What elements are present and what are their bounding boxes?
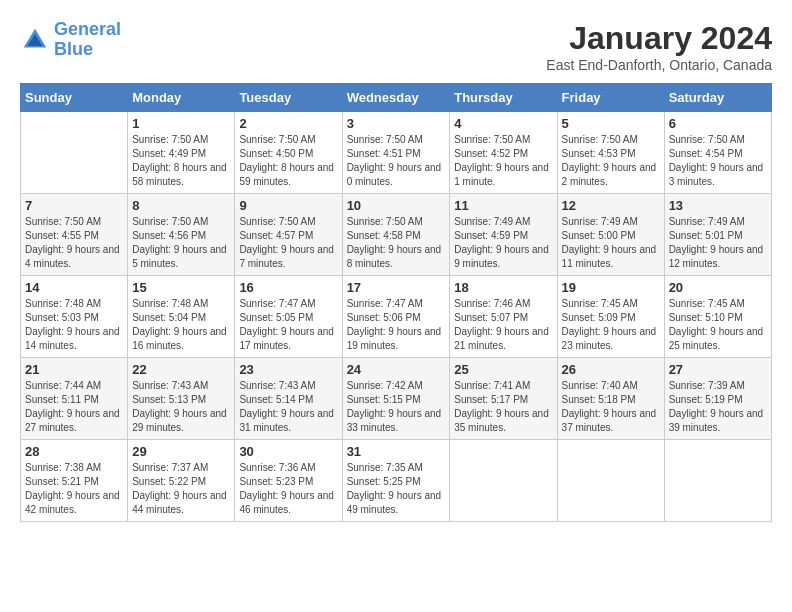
day-number: 1 <box>132 116 230 131</box>
calendar-week-5: 28Sunrise: 7:38 AMSunset: 5:21 PMDayligh… <box>21 440 772 522</box>
day-number: 24 <box>347 362 446 377</box>
day-number: 28 <box>25 444 123 459</box>
day-info: Sunrise: 7:50 AMSunset: 4:56 PMDaylight:… <box>132 215 230 271</box>
month-title: January 2024 <box>546 20 772 57</box>
day-info: Sunrise: 7:41 AMSunset: 5:17 PMDaylight:… <box>454 379 552 435</box>
table-row: 4Sunrise: 7:50 AMSunset: 4:52 PMDaylight… <box>450 112 557 194</box>
day-info: Sunrise: 7:45 AMSunset: 5:10 PMDaylight:… <box>669 297 767 353</box>
header-sunday: Sunday <box>21 84 128 112</box>
day-info: Sunrise: 7:44 AMSunset: 5:11 PMDaylight:… <box>25 379 123 435</box>
day-number: 20 <box>669 280 767 295</box>
table-row: 6Sunrise: 7:50 AMSunset: 4:54 PMDaylight… <box>664 112 771 194</box>
day-info: Sunrise: 7:36 AMSunset: 5:23 PMDaylight:… <box>239 461 337 517</box>
table-row: 18Sunrise: 7:46 AMSunset: 5:07 PMDayligh… <box>450 276 557 358</box>
day-number: 18 <box>454 280 552 295</box>
day-number: 26 <box>562 362 660 377</box>
table-row: 2Sunrise: 7:50 AMSunset: 4:50 PMDaylight… <box>235 112 342 194</box>
calendar-header-row: Sunday Monday Tuesday Wednesday Thursday… <box>21 84 772 112</box>
day-info: Sunrise: 7:45 AMSunset: 5:09 PMDaylight:… <box>562 297 660 353</box>
table-row: 14Sunrise: 7:48 AMSunset: 5:03 PMDayligh… <box>21 276 128 358</box>
table-row <box>664 440 771 522</box>
day-info: Sunrise: 7:38 AMSunset: 5:21 PMDaylight:… <box>25 461 123 517</box>
day-info: Sunrise: 7:50 AMSunset: 4:49 PMDaylight:… <box>132 133 230 189</box>
day-number: 9 <box>239 198 337 213</box>
day-info: Sunrise: 7:48 AMSunset: 5:03 PMDaylight:… <box>25 297 123 353</box>
day-info: Sunrise: 7:39 AMSunset: 5:19 PMDaylight:… <box>669 379 767 435</box>
header-wednesday: Wednesday <box>342 84 450 112</box>
day-number: 2 <box>239 116 337 131</box>
table-row <box>21 112 128 194</box>
day-info: Sunrise: 7:50 AMSunset: 4:52 PMDaylight:… <box>454 133 552 189</box>
day-info: Sunrise: 7:37 AMSunset: 5:22 PMDaylight:… <box>132 461 230 517</box>
logo-line1: General <box>54 19 121 39</box>
table-row: 20Sunrise: 7:45 AMSunset: 5:10 PMDayligh… <box>664 276 771 358</box>
day-number: 19 <box>562 280 660 295</box>
table-row: 30Sunrise: 7:36 AMSunset: 5:23 PMDayligh… <box>235 440 342 522</box>
day-info: Sunrise: 7:50 AMSunset: 4:51 PMDaylight:… <box>347 133 446 189</box>
table-row: 16Sunrise: 7:47 AMSunset: 5:05 PMDayligh… <box>235 276 342 358</box>
day-number: 27 <box>669 362 767 377</box>
day-number: 5 <box>562 116 660 131</box>
logo-text: General Blue <box>54 20 121 60</box>
day-number: 25 <box>454 362 552 377</box>
day-info: Sunrise: 7:43 AMSunset: 5:14 PMDaylight:… <box>239 379 337 435</box>
logo-icon <box>20 25 50 55</box>
day-info: Sunrise: 7:50 AMSunset: 4:50 PMDaylight:… <box>239 133 337 189</box>
table-row: 29Sunrise: 7:37 AMSunset: 5:22 PMDayligh… <box>128 440 235 522</box>
table-row: 12Sunrise: 7:49 AMSunset: 5:00 PMDayligh… <box>557 194 664 276</box>
table-row: 23Sunrise: 7:43 AMSunset: 5:14 PMDayligh… <box>235 358 342 440</box>
header-tuesday: Tuesday <box>235 84 342 112</box>
calendar-week-3: 14Sunrise: 7:48 AMSunset: 5:03 PMDayligh… <box>21 276 772 358</box>
day-info: Sunrise: 7:49 AMSunset: 5:00 PMDaylight:… <box>562 215 660 271</box>
day-info: Sunrise: 7:46 AMSunset: 5:07 PMDaylight:… <box>454 297 552 353</box>
table-row: 10Sunrise: 7:50 AMSunset: 4:58 PMDayligh… <box>342 194 450 276</box>
day-number: 14 <box>25 280 123 295</box>
table-row: 17Sunrise: 7:47 AMSunset: 5:06 PMDayligh… <box>342 276 450 358</box>
table-row: 19Sunrise: 7:45 AMSunset: 5:09 PMDayligh… <box>557 276 664 358</box>
table-row <box>557 440 664 522</box>
day-info: Sunrise: 7:50 AMSunset: 4:57 PMDaylight:… <box>239 215 337 271</box>
day-number: 4 <box>454 116 552 131</box>
day-number: 23 <box>239 362 337 377</box>
table-row: 15Sunrise: 7:48 AMSunset: 5:04 PMDayligh… <box>128 276 235 358</box>
table-row: 8Sunrise: 7:50 AMSunset: 4:56 PMDaylight… <box>128 194 235 276</box>
header-monday: Monday <box>128 84 235 112</box>
day-info: Sunrise: 7:49 AMSunset: 4:59 PMDaylight:… <box>454 215 552 271</box>
header-saturday: Saturday <box>664 84 771 112</box>
table-row <box>450 440 557 522</box>
day-number: 10 <box>347 198 446 213</box>
table-row: 3Sunrise: 7:50 AMSunset: 4:51 PMDaylight… <box>342 112 450 194</box>
day-number: 21 <box>25 362 123 377</box>
table-row: 9Sunrise: 7:50 AMSunset: 4:57 PMDaylight… <box>235 194 342 276</box>
calendar-week-2: 7Sunrise: 7:50 AMSunset: 4:55 PMDaylight… <box>21 194 772 276</box>
day-info: Sunrise: 7:47 AMSunset: 5:06 PMDaylight:… <box>347 297 446 353</box>
day-info: Sunrise: 7:43 AMSunset: 5:13 PMDaylight:… <box>132 379 230 435</box>
day-info: Sunrise: 7:42 AMSunset: 5:15 PMDaylight:… <box>347 379 446 435</box>
table-row: 11Sunrise: 7:49 AMSunset: 4:59 PMDayligh… <box>450 194 557 276</box>
day-info: Sunrise: 7:50 AMSunset: 4:58 PMDaylight:… <box>347 215 446 271</box>
day-info: Sunrise: 7:50 AMSunset: 4:53 PMDaylight:… <box>562 133 660 189</box>
header-friday: Friday <box>557 84 664 112</box>
day-number: 6 <box>669 116 767 131</box>
location: East End-Danforth, Ontario, Canada <box>546 57 772 73</box>
calendar-week-1: 1Sunrise: 7:50 AMSunset: 4:49 PMDaylight… <box>21 112 772 194</box>
day-number: 15 <box>132 280 230 295</box>
table-row: 7Sunrise: 7:50 AMSunset: 4:55 PMDaylight… <box>21 194 128 276</box>
day-info: Sunrise: 7:40 AMSunset: 5:18 PMDaylight:… <box>562 379 660 435</box>
day-number: 12 <box>562 198 660 213</box>
day-info: Sunrise: 7:48 AMSunset: 5:04 PMDaylight:… <box>132 297 230 353</box>
calendar: Sunday Monday Tuesday Wednesday Thursday… <box>20 83 772 522</box>
table-row: 13Sunrise: 7:49 AMSunset: 5:01 PMDayligh… <box>664 194 771 276</box>
day-number: 8 <box>132 198 230 213</box>
table-row: 24Sunrise: 7:42 AMSunset: 5:15 PMDayligh… <box>342 358 450 440</box>
day-info: Sunrise: 7:35 AMSunset: 5:25 PMDaylight:… <box>347 461 446 517</box>
header-thursday: Thursday <box>450 84 557 112</box>
day-number: 7 <box>25 198 123 213</box>
table-row: 31Sunrise: 7:35 AMSunset: 5:25 PMDayligh… <box>342 440 450 522</box>
day-number: 22 <box>132 362 230 377</box>
day-info: Sunrise: 7:50 AMSunset: 4:54 PMDaylight:… <box>669 133 767 189</box>
day-info: Sunrise: 7:47 AMSunset: 5:05 PMDaylight:… <box>239 297 337 353</box>
table-row: 26Sunrise: 7:40 AMSunset: 5:18 PMDayligh… <box>557 358 664 440</box>
table-row: 27Sunrise: 7:39 AMSunset: 5:19 PMDayligh… <box>664 358 771 440</box>
table-row: 25Sunrise: 7:41 AMSunset: 5:17 PMDayligh… <box>450 358 557 440</box>
